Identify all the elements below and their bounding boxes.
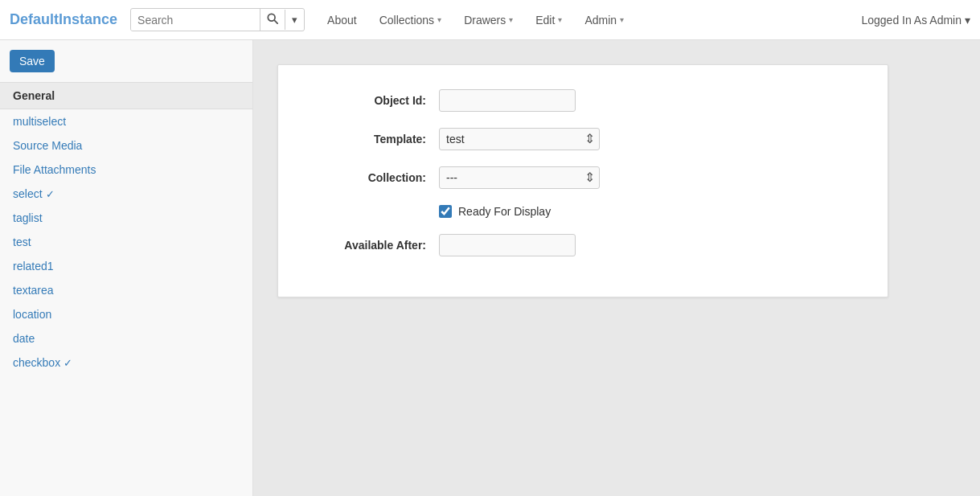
brand-logo[interactable]: DefaultInstance [10, 11, 117, 28]
navbar: DefaultInstance ▾ About Collections ▾ Dr… [0, 0, 980, 40]
available-after-row: Available After: [310, 234, 855, 256]
nav-collections[interactable]: Collections ▾ [370, 0, 451, 40]
sidebar-item-checkbox[interactable]: checkbox ✓ [0, 350, 252, 375]
ready-for-display-label: Ready For Display [458, 205, 551, 218]
object-id-input[interactable] [439, 89, 576, 112]
save-button[interactable]: Save [10, 50, 55, 72]
collection-select[interactable]: --- [439, 166, 600, 189]
select-check-icon: ✓ [46, 188, 55, 200]
chevron-down-icon: ▾ [292, 14, 297, 26]
sidebar: Save General multiselect Source Media Fi… [0, 40, 253, 496]
template-select[interactable]: test other [439, 128, 600, 150]
user-info: Logged In As Admin ▾ [861, 14, 970, 27]
nav-drawers[interactable]: Drawers ▾ [454, 0, 523, 40]
brand-instance: Instance [59, 11, 117, 27]
available-after-label: Available After: [310, 239, 439, 252]
nav-edit[interactable]: Edit ▾ [526, 0, 572, 40]
collection-row: Collection: --- ⇕ [310, 166, 855, 189]
search-input[interactable] [131, 10, 260, 31]
search-button[interactable] [260, 9, 285, 31]
sidebar-item-location[interactable]: location [0, 302, 252, 326]
search-icon [267, 13, 278, 24]
search-dropdown-button[interactable]: ▾ [285, 10, 304, 30]
object-id-field [439, 89, 576, 112]
checkbox-check-icon: ✓ [64, 357, 72, 369]
content-area: Object Id: Template: test other ⇕ Col [253, 40, 980, 496]
available-after-field [439, 234, 576, 256]
sidebar-item-date[interactable]: date [0, 326, 252, 350]
drawers-chevron-icon: ▾ [509, 15, 513, 24]
search-group: ▾ [130, 8, 305, 31]
object-id-label: Object Id: [310, 94, 439, 107]
sidebar-item-related1[interactable]: related1 [0, 254, 252, 278]
sidebar-item-multiselect[interactable]: multiselect [0, 109, 252, 133]
nav-about[interactable]: About [318, 0, 367, 40]
ready-for-display-row: Ready For Display [310, 205, 855, 218]
admin-chevron-icon: ▾ [620, 15, 624, 24]
nav-admin[interactable]: Admin ▾ [575, 0, 634, 40]
sidebar-item-textarea[interactable]: textarea [0, 278, 252, 302]
svg-line-1 [274, 20, 277, 23]
sidebar-general-header: General [0, 82, 252, 109]
template-label: Template: [310, 133, 439, 146]
sidebar-item-test[interactable]: test [0, 230, 252, 254]
object-id-row: Object Id: [310, 89, 855, 112]
template-row: Template: test other ⇕ [310, 128, 855, 150]
available-after-input[interactable] [439, 234, 576, 256]
brand-default: Default [10, 11, 59, 27]
edit-chevron-icon: ▾ [558, 15, 562, 24]
main-layout: Save General multiselect Source Media Fi… [0, 40, 980, 496]
logged-in-label: Logged In As Admin [861, 14, 962, 27]
template-field: test other ⇕ [439, 128, 600, 150]
collections-chevron-icon: ▾ [437, 15, 441, 24]
sidebar-item-source-media[interactable]: Source Media [0, 133, 252, 158]
collection-label: Collection: [310, 171, 439, 184]
sidebar-item-select[interactable]: select ✓ [0, 182, 252, 206]
ready-for-display-checkbox[interactable] [439, 205, 452, 218]
user-chevron-icon: ▾ [965, 14, 970, 27]
collection-field: --- ⇕ [439, 166, 600, 189]
nav-links: About Collections ▾ Drawers ▾ Edit ▾ Adm… [318, 0, 848, 40]
sidebar-item-taglist[interactable]: taglist [0, 206, 252, 230]
form-card: Object Id: Template: test other ⇕ Col [277, 64, 888, 297]
sidebar-item-file-attachments[interactable]: File Attachments [0, 158, 252, 182]
